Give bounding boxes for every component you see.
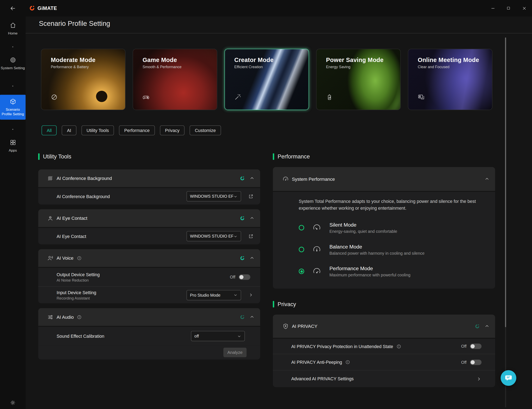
privacy-section-header: Privacy [273,300,495,308]
sidebar-item-apps[interactable]: Apps [0,139,26,153]
cube-icon [9,98,16,105]
sidebar-item-label: Home [8,31,18,35]
chat-support-button[interactable] [501,370,516,386]
filter-tab-all[interactable]: All [42,125,57,135]
filter-tab-customize[interactable]: Customize [190,125,221,135]
collapse-button[interactable] [484,176,490,182]
battery-leaf-icon [326,93,333,101]
chevron-right-button[interactable] [476,376,481,381]
input-device-dropdown[interactable]: Pro Studio Mode [187,290,241,300]
radio-balance-mode[interactable] [299,247,304,252]
row-label: AI PRIVACY Anti-Peeping [291,360,342,365]
privacy-unattended-row: AI PRIVACY Privacy Protection in Unatten… [273,339,495,354]
close-button[interactable] [516,0,532,16]
mode-title: Online Meeting Mode [418,56,479,64]
scrollbar-thumb[interactable] [505,37,506,327]
mode-card-creator[interactable]: Creator Mode Efficient Creation [224,49,309,110]
radio-performance-mode[interactable] [299,269,304,274]
back-button[interactable] [8,3,18,13]
system-performance-header[interactable]: System Performance [273,167,495,191]
filter-tab-performance[interactable]: Performance [119,125,155,135]
magic-pen-icon [234,93,241,101]
external-link-icon [248,194,253,199]
ai-voice-header[interactable]: AI Voice [38,249,260,267]
moderate-mode-icon [50,93,58,101]
card-title: AI Voice [57,256,74,261]
cpu-icon [9,56,16,63]
sidebar-item-home[interactable]: Home [0,22,26,36]
perf-option-silent-mode[interactable]: Silent Mode Energy-saving, quiet and com… [299,219,486,236]
filter-tab-ai[interactable]: AI [62,125,76,135]
info-icon [77,256,82,261]
filter-tab-utility-tools[interactable]: Utility Tools [81,125,114,135]
close-icon [522,6,527,11]
chevron-down-icon [237,334,241,338]
system-performance-body: System Total Performance adapts to your … [273,192,495,289]
perf-option-performance-mode[interactable]: Performance Mode Maximum performance wit… [299,263,486,280]
privacy-unattended-toggle[interactable] [470,344,482,349]
external-link-button[interactable] [248,234,253,239]
analyze-row: Analyze [38,345,260,359]
scrollbar-track [505,37,506,407]
section-title: Performance [278,153,310,160]
gimate-ai-badge-icon [240,314,245,320]
ai-privacy-header[interactable]: AI PRIVACY [273,315,495,338]
system-performance-description: System Total Performance adapts to your … [299,198,486,212]
ai-audio-header[interactable]: AI Audio [38,308,260,326]
mode-card-online-meeting[interactable]: Online Meeting Mode Clear and Focused [408,49,492,110]
noise-reduction-toggle[interactable] [239,274,250,280]
app-name: GiMATE [37,5,57,11]
sound-effect-calibration-row: Sound Effect Calibration off [38,327,260,345]
card-title: AI Audio [57,314,74,320]
info-button[interactable] [77,314,82,320]
maximize-button[interactable] [501,0,516,16]
toggle-state-label: Off [230,275,235,279]
collapse-button[interactable] [249,314,255,320]
advanced-privacy-settings-row[interactable]: Advanced AI PRIVACY Settings [273,370,495,387]
collapse-button[interactable] [249,255,255,261]
page-title: Scenario Profile Setting [39,20,110,28]
mode-card-moderate[interactable]: Moderate Mode Performance & Battery [41,49,125,110]
conference-background-dropdown[interactable]: WINDOWS STUDIO EF [187,191,241,202]
collapse-button[interactable] [484,324,490,329]
option-title: Silent Mode [329,222,397,228]
info-button[interactable] [345,360,350,365]
minimize-button[interactable] [485,0,501,16]
external-link-button[interactable] [248,194,253,199]
ai-conference-background-header[interactable]: AI Conference Background [38,169,260,187]
shield-icon [282,323,289,329]
gear-icon [9,400,16,406]
section-accent-bar [38,153,40,160]
filter-tab-privacy[interactable]: Privacy [160,125,185,135]
chevron-right-icon [248,292,253,298]
info-button[interactable] [77,256,82,261]
option-description: Energy-saving, quiet and comfortable [329,229,397,234]
sound-effect-dropdown[interactable]: off [191,331,245,341]
title-divider [26,33,532,33]
toggle-state-label: Off [461,344,467,349]
row-label: AI Eye Contact [57,234,86,239]
ai-eye-contact-header[interactable]: AI Eye Contact [38,209,260,227]
info-icon [345,360,350,365]
perf-option-balance-mode[interactable]: Balance Mode Balanced power with harmony… [299,241,486,258]
sidebar-item-scenario-profile-setting[interactable]: Scenario Profile Setting [0,95,26,120]
option-title: Performance Mode [329,265,411,271]
input-device-more-button[interactable] [248,292,253,298]
collapse-button[interactable] [249,215,255,221]
anti-peeping-toggle[interactable] [470,359,482,365]
settings-button[interactable] [0,400,26,406]
info-button[interactable] [396,344,401,349]
collapse-button[interactable] [249,176,255,181]
mode-subtitle: Clear and Focused [418,65,449,69]
eye-contact-dropdown[interactable]: WINDOWS STUDIO EF [187,231,241,242]
back-arrow-icon [9,5,16,11]
mode-card-power-saving[interactable]: Power Saving Mode Energy Saving [316,49,401,110]
radio-silent-mode[interactable] [299,225,304,230]
meeting-screen-icon [417,93,425,101]
toggle-state-label: Off [461,360,467,365]
sidebar-item-system-setting[interactable]: System Setting [0,56,26,70]
mode-card-game[interactable]: Game Mode Smooth & Performance [133,49,217,110]
mode-title: Moderate Mode [51,56,95,64]
apps-grid-icon [9,139,16,146]
analyze-button[interactable]: Analyze [223,348,246,357]
